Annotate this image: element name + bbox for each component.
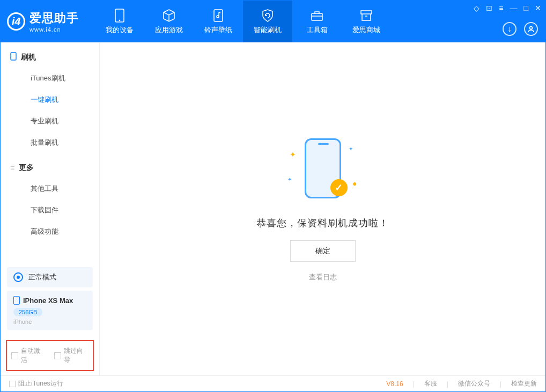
download-button[interactable]: ↓: [503, 22, 517, 36]
device-name-row: iPhone XS Max: [13, 296, 86, 305]
logo: i4 爱思助手 www.i4.cn: [7, 10, 79, 33]
nav-tabs: 我的设备 应用游戏 铃声壁纸 智能刷机 工具箱 爱思商城: [95, 1, 391, 42]
tab-label: 铃声壁纸: [204, 25, 232, 35]
sparkle-icon: ✦: [290, 150, 296, 159]
checkbox-icon: [9, 381, 16, 387]
tab-store[interactable]: 爱思商城: [342, 1, 391, 42]
sidebar-item-oneclick-flash[interactable]: 一键刷机: [1, 89, 99, 110]
section-title: 更多: [19, 163, 34, 173]
tab-label: 爱思商城: [352, 25, 380, 35]
device-storage: 256GB: [13, 308, 42, 316]
sidebar: 刷机 iTunes刷机 一键刷机 专业刷机 批量刷机 ≡ 更多 其他工具 下载固…: [1, 42, 100, 375]
device-info[interactable]: iPhone XS Max 256GB iPhone: [7, 291, 93, 330]
checkbox-label: 跳过向导: [64, 346, 88, 365]
window-controls: ◇ ⊡ ≡ — □ ✕: [474, 4, 541, 12]
checkbox-skip-guide[interactable]: 跳过向导: [54, 346, 88, 365]
section-title: 刷机: [21, 53, 36, 62]
toolbox-icon: [310, 9, 324, 23]
title-bar: i4 爱思助手 www.i4.cn 我的设备 应用游戏 铃声壁纸 智能刷机 工具…: [1, 1, 545, 42]
sidebar-item-batch-flash[interactable]: 批量刷机: [1, 132, 99, 153]
sidebar-item-itunes-flash[interactable]: iTunes刷机: [1, 68, 99, 89]
success-message: 恭喜您，保资料刷机成功啦！: [256, 217, 389, 230]
main-content: ✦ ✦ ● ✦ ✓ 恭喜您，保资料刷机成功啦！ 确定 查看日志: [100, 42, 545, 375]
maximize-button[interactable]: □: [524, 4, 528, 12]
header-actions: ↓: [503, 22, 538, 36]
check-badge-icon: ✓: [330, 179, 348, 196]
checkbox-auto-activate[interactable]: 自动激活: [11, 346, 46, 365]
device-mode[interactable]: 正常模式: [7, 267, 93, 287]
close-button[interactable]: ✕: [535, 4, 541, 12]
music-icon: [211, 9, 225, 23]
cube-icon: [162, 9, 176, 23]
highlight-options: 自动激活 跳过向导: [6, 340, 94, 371]
svg-rect-4: [312, 13, 322, 20]
list-icon: ≡: [10, 164, 14, 172]
tab-toolbox[interactable]: 工具箱: [292, 1, 342, 42]
device-icon: [113, 9, 127, 23]
tab-ringtone[interactable]: 铃声壁纸: [194, 1, 243, 42]
tab-my-device[interactable]: 我的设备: [95, 1, 144, 42]
phone-icon: [13, 296, 20, 305]
sparkle-icon: ●: [352, 179, 357, 188]
checkbox-block-itunes[interactable]: 阻止iTunes运行: [9, 379, 63, 388]
svg-point-1: [119, 19, 121, 21]
phone-icon: [10, 52, 17, 62]
tab-label: 我的设备: [106, 25, 134, 35]
sidebar-section-flash: 刷机: [1, 42, 99, 68]
lock-icon[interactable]: ⊡: [486, 4, 492, 12]
sparkle-icon: ✦: [349, 146, 353, 152]
minimize-button[interactable]: —: [510, 4, 518, 12]
logo-icon: i4: [7, 12, 25, 31]
body: 刷机 iTunes刷机 一键刷机 专业刷机 批量刷机 ≡ 更多 其他工具 下载固…: [1, 42, 545, 375]
user-button[interactable]: [524, 22, 538, 36]
version-label: V8.16: [386, 380, 403, 388]
mode-label: 正常模式: [28, 272, 56, 282]
menu-icon[interactable]: ≡: [499, 4, 503, 12]
footer: 阻止iTunes运行 V8.16 | 客服 | 微信公众号 | 检查更新: [1, 375, 545, 391]
tab-flash[interactable]: 智能刷机: [243, 1, 292, 42]
wechat-link[interactable]: 微信公众号: [458, 379, 490, 388]
ok-button[interactable]: 确定: [290, 240, 356, 262]
view-log-link[interactable]: 查看日志: [309, 272, 337, 282]
sidebar-item-advanced[interactable]: 高级功能: [1, 221, 99, 242]
success-illustration: ✦ ✦ ● ✦ ✓: [285, 136, 360, 206]
sidebar-item-other-tools[interactable]: 其他工具: [1, 178, 99, 199]
device-name: iPhone XS Max: [23, 297, 73, 305]
shirt-icon[interactable]: ◇: [474, 4, 479, 12]
mode-icon: [13, 272, 23, 282]
tab-label: 智能刷机: [254, 25, 282, 35]
sidebar-item-pro-flash[interactable]: 专业刷机: [1, 110, 99, 132]
refresh-shield-icon: [261, 9, 275, 23]
tab-label: 应用游戏: [155, 25, 183, 35]
checkbox-label: 阻止iTunes运行: [18, 379, 63, 388]
tab-apps[interactable]: 应用游戏: [144, 1, 194, 42]
checkbox-icon: [54, 352, 61, 359]
footer-right: V8.16 | 客服 | 微信公众号 | 检查更新: [386, 379, 537, 388]
store-icon: [359, 9, 373, 23]
checkbox-icon: [11, 352, 18, 359]
svg-rect-6: [11, 53, 16, 60]
checkbox-label: 自动激活: [21, 346, 46, 365]
sidebar-section-more: ≡ 更多: [1, 153, 99, 178]
app-name: 爱思助手: [29, 10, 79, 26]
svg-point-3: [217, 16, 219, 18]
logo-text: 爱思助手 www.i4.cn: [29, 10, 79, 33]
sidebar-item-download-firmware[interactable]: 下载固件: [1, 199, 99, 221]
device-type: iPhone: [13, 319, 86, 325]
check-update-link[interactable]: 检查更新: [511, 379, 537, 388]
svg-point-5: [530, 27, 533, 29]
sparkle-icon: ✦: [287, 176, 292, 182]
support-link[interactable]: 客服: [424, 379, 437, 388]
app-url: www.i4.cn: [29, 26, 79, 33]
tab-label: 工具箱: [307, 25, 328, 35]
